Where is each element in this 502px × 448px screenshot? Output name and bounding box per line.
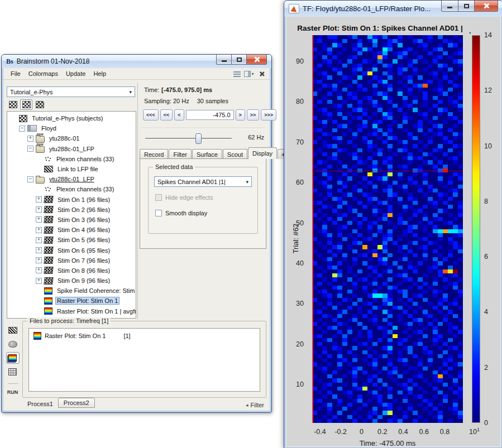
tree-item[interactable]: +Stim On 7 (96 files) — [7, 256, 136, 266]
tree-item[interactable]: Raster Plot: Stim On 1 | avgfreq — [7, 306, 136, 316]
files-listbox[interactable]: Raster Plot: Stim On 1 [1] — [28, 328, 260, 392]
nav-forward-button[interactable]: >> — [247, 109, 260, 121]
tree-expander-minus[interactable]: − — [27, 146, 34, 152]
selected-data-dropdown[interactable]: Spikes Channel AD01 |1| ▾ — [154, 176, 252, 187]
tree-expander-plus[interactable]: + — [36, 196, 42, 203]
tree-expander-plus[interactable]: + — [36, 267, 42, 273]
frequency-slider-track[interactable] — [145, 138, 232, 139]
tree-item[interactable]: +Stim On 3 (96 files) — [7, 215, 136, 225]
tab-display[interactable]: Display — [248, 147, 277, 159]
layout-list-button[interactable] — [232, 70, 242, 78]
minimize-button[interactable] — [441, 1, 458, 12]
tree-item[interactable]: Raster Plot: Stim On 1 — [7, 296, 136, 306]
minimize-button[interactable] — [216, 55, 231, 65]
heatmap-cell — [347, 75, 352, 79]
tree-item[interactable]: Spike Field Coherence: Stim On 1 — [7, 286, 136, 296]
heatmap-cell — [322, 403, 327, 407]
menu-colormaps[interactable]: Colormaps — [25, 69, 62, 78]
heatmap-cell — [458, 322, 463, 326]
raster-heatmap-plot[interactable] — [312, 35, 463, 423]
menu-file[interactable]: File — [7, 69, 25, 78]
nav-forward-button[interactable]: >>> — [261, 109, 276, 121]
heatmap-cell — [438, 108, 443, 112]
heatmap-cell — [458, 378, 463, 382]
frequency-slider-thumb[interactable] — [195, 133, 202, 144]
tree-expander-plus[interactable]: + — [36, 257, 42, 263]
nav-back-button[interactable]: << — [160, 109, 173, 121]
tree-item[interactable]: +Stim On 1 (96 files) — [7, 195, 136, 205]
tree-expander-plus[interactable]: + — [27, 136, 34, 142]
tree-expander-plus[interactable]: + — [36, 237, 42, 243]
process-raw-button[interactable] — [6, 324, 20, 336]
tree-expander-minus[interactable]: − — [19, 126, 25, 132]
menu-update[interactable]: Update — [62, 69, 89, 78]
tree-expander-plus[interactable]: + — [36, 227, 42, 233]
process-timefreq-button[interactable] — [6, 352, 20, 364]
heatmap-cell — [443, 415, 448, 419]
list-item[interactable]: Raster Plot: Stim On 1 [1] — [34, 332, 255, 340]
heatmap-cell — [453, 318, 458, 322]
tab-filter[interactable]: Filter — [169, 149, 191, 159]
heatmap-cell — [342, 221, 347, 225]
menu-help[interactable]: Help — [89, 69, 110, 78]
folders-view-button[interactable] — [34, 99, 46, 110]
tab-process1[interactable]: Process1 — [22, 399, 58, 408]
tree-item[interactable]: +Stim On 9 (96 files) — [7, 276, 136, 286]
heatmap-cell — [408, 249, 413, 253]
tab-record[interactable]: Record — [140, 149, 168, 159]
nav-forward-button[interactable]: > — [236, 109, 245, 121]
tree-item[interactable]: −Floyd — [7, 123, 136, 133]
heatmap-cell — [403, 241, 408, 245]
protocol-dropdown[interactable]: Tutorial_e-Phys ▾ — [7, 86, 135, 97]
smooth-display-checkbox[interactable] — [155, 210, 162, 216]
tree-item[interactable]: +Stim On 8 (96 files) — [7, 266, 136, 276]
nav-back-button[interactable]: < — [174, 109, 184, 121]
tree-expander-plus[interactable]: + — [36, 216, 42, 223]
trial-cursor-line[interactable] — [312, 171, 463, 172]
heatmap-cell — [398, 383, 403, 387]
tree-item[interactable]: +Stim On 4 (96 files) — [7, 225, 136, 235]
close-button[interactable] — [474, 1, 498, 12]
tab-surface[interactable]: Surface — [192, 149, 222, 159]
tree-expander-minus[interactable]: − — [27, 176, 34, 182]
colorbar[interactable] — [472, 35, 480, 423]
tree-item[interactable]: +ytu288c-01 — [7, 133, 136, 143]
process-matrix-button[interactable] — [6, 366, 20, 378]
tree-item[interactable]: Link to LFP file — [7, 164, 136, 174]
tree-expander-plus[interactable]: + — [36, 247, 42, 253]
tree-item[interactable]: −ytu288c-01_LFP — [7, 174, 136, 184]
tree-item[interactable]: +Stim On 5 (96 files) — [7, 235, 136, 245]
tree-item[interactable]: Plexon channels (33) — [7, 184, 136, 194]
tree-item[interactable]: Tutorial_e-Phys (subjects) — [7, 113, 136, 123]
heatmap-cell — [362, 411, 367, 415]
heatmap-cell — [413, 302, 418, 306]
functional-view-button[interactable] — [20, 99, 32, 110]
close-all-figures-button[interactable] — [256, 70, 266, 78]
tab-scout[interactable]: Scout — [223, 149, 247, 159]
filter-toggle[interactable]: ◂Filter — [246, 402, 266, 408]
subjects-view-button[interactable] — [7, 99, 19, 110]
tab-process2[interactable]: Process2 — [58, 398, 95, 408]
heatmap-cell — [433, 374, 438, 378]
heatmap-cell — [413, 391, 418, 394]
time-cursor-line[interactable] — [312, 35, 313, 423]
tree-expander-plus[interactable]: + — [36, 278, 42, 284]
process-sources-button[interactable] — [6, 338, 20, 350]
tree-item[interactable]: −ytu288c-01_LFP — [7, 144, 136, 154]
nav-back-button[interactable]: <<< — [143, 109, 159, 121]
heatmap-cell — [423, 358, 428, 362]
tree-item[interactable]: +Stim On 6 (95 files) — [7, 245, 136, 255]
tree-item[interactable]: +Stim On 2 (96 files) — [7, 205, 136, 215]
maximize-button[interactable] — [458, 1, 474, 12]
tree-item[interactable]: Plexon channels (33) — [7, 154, 136, 164]
current-time-field[interactable]: -475.0 — [186, 110, 234, 120]
heatmap-cell — [413, 213, 418, 217]
heatmap-cell — [352, 346, 357, 350]
tree-expander-plus[interactable]: + — [36, 206, 42, 213]
close-button[interactable] — [246, 55, 267, 65]
window-layout-button[interactable]: ▾ — [244, 70, 254, 78]
run-label[interactable]: RUN — [7, 389, 18, 395]
heatmap-cell — [418, 374, 423, 378]
maximize-button[interactable] — [231, 55, 246, 65]
heatmap-cell — [337, 132, 342, 136]
